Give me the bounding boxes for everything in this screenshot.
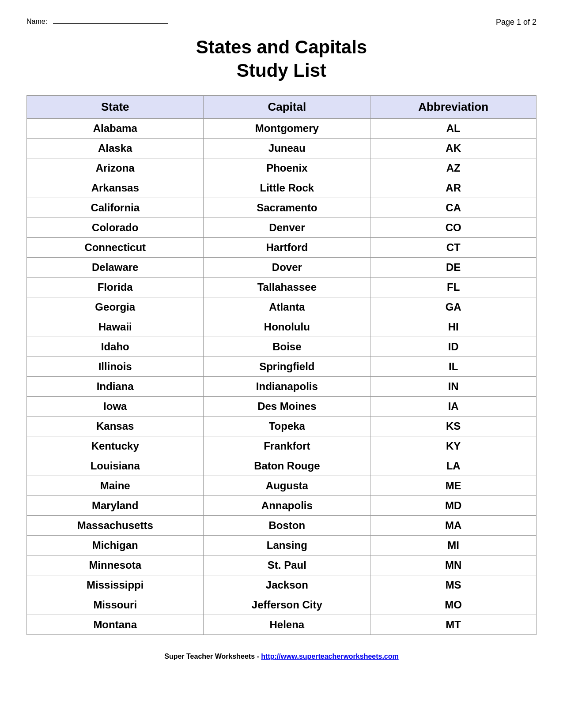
name-underline — [53, 23, 168, 24]
table-cell-6-2: CT — [370, 238, 537, 258]
table-cell-15-2: KS — [370, 417, 537, 436]
table-cell-23-0: Mississippi — [27, 575, 204, 595]
table-cell-9-0: Georgia — [27, 297, 204, 317]
table-cell-6-0: Connecticut — [27, 238, 204, 258]
table-cell-21-0: Michigan — [27, 536, 204, 555]
table-cell-0-1: Montgomery — [204, 119, 370, 139]
table-row: MarylandAnnapolisMD — [27, 496, 537, 516]
table-cell-16-2: KY — [370, 436, 537, 456]
title-line2: Study List — [237, 60, 326, 81]
table-cell-9-2: GA — [370, 297, 537, 317]
table-cell-8-1: Tallahassee — [204, 278, 370, 297]
col-header-abbreviation: Abbreviation — [370, 96, 537, 119]
table-cell-20-2: MA — [370, 516, 537, 536]
table-cell-11-0: Idaho — [27, 337, 204, 357]
table-row: ArkansasLittle RockAR — [27, 178, 537, 198]
table-cell-2-2: AZ — [370, 158, 537, 178]
name-field: Name: — [26, 18, 168, 26]
table-cell-15-1: Topeka — [204, 417, 370, 436]
table-cell-1-1: Juneau — [204, 139, 370, 158]
table-header-row: State Capital Abbreviation — [27, 96, 537, 119]
table-cell-17-0: Louisiana — [27, 456, 204, 476]
table-cell-5-1: Denver — [204, 218, 370, 238]
table-cell-13-0: Indiana — [27, 377, 204, 397]
table-cell-16-0: Kentucky — [27, 436, 204, 456]
table-row: FloridaTallahasseeFL — [27, 278, 537, 297]
table-cell-23-2: MS — [370, 575, 537, 595]
table-cell-2-1: Phoenix — [204, 158, 370, 178]
page-number: Page 1 of 2 — [496, 18, 537, 27]
table-row: IllinoisSpringfieldIL — [27, 357, 537, 377]
table-cell-13-1: Indianapolis — [204, 377, 370, 397]
table-row: ColoradoDenverCO — [27, 218, 537, 238]
table-cell-18-0: Maine — [27, 476, 204, 496]
table-cell-19-2: MD — [370, 496, 537, 516]
table-row: MichiganLansingMI — [27, 536, 537, 555]
name-label: Name: — [26, 18, 47, 25]
table-cell-12-2: IL — [370, 357, 537, 377]
table-cell-25-0: Montana — [27, 615, 204, 635]
table-row: MississippiJacksonMS — [27, 575, 537, 595]
table-cell-25-1: Helena — [204, 615, 370, 635]
table-cell-17-1: Baton Rouge — [204, 456, 370, 476]
table-row: IowaDes MoinesIA — [27, 397, 537, 417]
table-row: IndianaIndianapolisIN — [27, 377, 537, 397]
table-cell-0-0: Alabama — [27, 119, 204, 139]
table-cell-14-2: IA — [370, 397, 537, 417]
table-cell-20-1: Boston — [204, 516, 370, 536]
table-cell-14-1: Des Moines — [204, 397, 370, 417]
table-cell-14-0: Iowa — [27, 397, 204, 417]
table-cell-18-1: Augusta — [204, 476, 370, 496]
table-cell-0-2: AL — [370, 119, 537, 139]
table-row: CaliforniaSacramentoCA — [27, 198, 537, 218]
table-row: KansasTopekaKS — [27, 417, 537, 436]
table-cell-21-1: Lansing — [204, 536, 370, 555]
table-cell-20-0: Massachusetts — [27, 516, 204, 536]
table-row: MinnesotaSt. PaulMN — [27, 555, 537, 575]
table-cell-7-1: Dover — [204, 258, 370, 278]
table-cell-13-2: IN — [370, 377, 537, 397]
table-row: GeorgiaAtlantaGA — [27, 297, 537, 317]
table-cell-22-0: Minnesota — [27, 555, 204, 575]
table-cell-10-1: Honolulu — [204, 317, 370, 337]
table-cell-6-1: Hartford — [204, 238, 370, 258]
table-cell-25-2: MT — [370, 615, 537, 635]
table-cell-11-1: Boise — [204, 337, 370, 357]
footer: Super Teacher Worksheets - http://www.su… — [26, 653, 537, 660]
table-cell-10-2: HI — [370, 317, 537, 337]
table-cell-2-0: Arizona — [27, 158, 204, 178]
table-cell-9-1: Atlanta — [204, 297, 370, 317]
table-cell-4-1: Sacramento — [204, 198, 370, 218]
table-row: DelawareDoverDE — [27, 258, 537, 278]
table-row: MaineAugustaME — [27, 476, 537, 496]
table-cell-7-2: DE — [370, 258, 537, 278]
table-cell-19-0: Maryland — [27, 496, 204, 516]
table-cell-24-0: Missouri — [27, 595, 204, 615]
table-cell-7-0: Delaware — [27, 258, 204, 278]
table-row: LouisianaBaton RougeLA — [27, 456, 537, 476]
table-cell-5-0: Colorado — [27, 218, 204, 238]
table-cell-18-2: ME — [370, 476, 537, 496]
table-cell-3-0: Arkansas — [27, 178, 204, 198]
table-cell-22-2: MN — [370, 555, 537, 575]
table-row: IdahoBoiseID — [27, 337, 537, 357]
page-title: States and Capitals Study List — [26, 36, 537, 82]
table-cell-16-1: Frankfort — [204, 436, 370, 456]
table-cell-4-2: CA — [370, 198, 537, 218]
table-cell-19-1: Annapolis — [204, 496, 370, 516]
table-row: MontanaHelenaMT — [27, 615, 537, 635]
table-cell-8-2: FL — [370, 278, 537, 297]
table-cell-12-1: Springfield — [204, 357, 370, 377]
table-row: AlabamaMontgomeryAL — [27, 119, 537, 139]
table-cell-12-0: Illinois — [27, 357, 204, 377]
table-cell-22-1: St. Paul — [204, 555, 370, 575]
table-cell-3-1: Little Rock — [204, 178, 370, 198]
table-cell-24-2: MO — [370, 595, 537, 615]
table-cell-8-0: Florida — [27, 278, 204, 297]
footer-link[interactable]: http://www.superteacherworksheets.com — [261, 653, 398, 660]
table-cell-3-2: AR — [370, 178, 537, 198]
table-cell-4-0: California — [27, 198, 204, 218]
title-line1: States and Capitals — [196, 37, 367, 57]
table-cell-15-0: Kansas — [27, 417, 204, 436]
table-cell-10-0: Hawaii — [27, 317, 204, 337]
